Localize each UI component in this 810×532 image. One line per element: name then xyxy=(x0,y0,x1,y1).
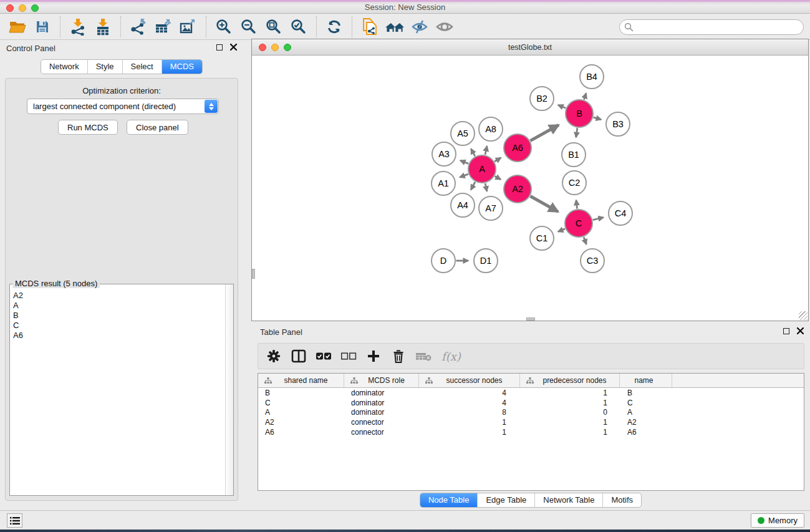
tab-network[interactable]: Network xyxy=(41,60,87,74)
export-table-icon[interactable] xyxy=(151,16,176,37)
close-table-panel-icon[interactable] xyxy=(797,327,804,334)
graph-node-C1[interactable]: C1 xyxy=(530,226,554,250)
graph-edge-A-A6[interactable] xyxy=(494,158,501,162)
table-row[interactable]: A6connector11A6 xyxy=(258,427,804,437)
column-header-name[interactable]: name xyxy=(620,374,672,387)
close-panel-button[interactable]: Close panel xyxy=(127,120,188,135)
graph-edge-C-C1[interactable] xyxy=(558,229,565,232)
table-row[interactable]: A2connector11A2 xyxy=(258,417,804,427)
result-list-scrollbar[interactable] xyxy=(225,284,233,495)
function-builder-button[interactable]: f(x) xyxy=(440,347,461,365)
network-graph[interactable]: B4B2BB3A8A5A6A3B1AC2A1A2A4A7C4CC1C3DD1 xyxy=(252,56,808,321)
graph-node-B3[interactable]: B3 xyxy=(606,112,630,136)
add-column-icon[interactable] xyxy=(365,347,382,365)
column-header-mcds-role[interactable]: MCDS role xyxy=(344,374,419,387)
home-icon[interactable] xyxy=(382,16,407,37)
zoom-fit-icon[interactable] xyxy=(261,16,286,37)
graph-edge-A-A2[interactable] xyxy=(494,177,501,180)
graph-node-B[interactable]: B xyxy=(566,100,593,127)
result-item[interactable]: A xyxy=(13,301,225,311)
float-table-panel-icon[interactable] xyxy=(783,328,789,334)
graph-node-D[interactable]: D xyxy=(432,249,455,273)
table-tab-node-table[interactable]: Node Table xyxy=(420,493,478,507)
show-graphics-details-icon[interactable] xyxy=(432,16,457,37)
graph-edge-B-B4[interactable] xyxy=(584,93,586,99)
graph-node-C4[interactable]: C4 xyxy=(609,201,632,225)
graph-edge-A-A4[interactable] xyxy=(471,182,475,190)
zoom-selected-icon[interactable] xyxy=(286,16,311,37)
table-row[interactable]: Cdominator41C xyxy=(258,398,804,408)
graph-edge-B-B2[interactable] xyxy=(558,105,566,108)
table-row[interactable]: Adominator80A xyxy=(258,408,804,418)
run-mcds-button[interactable]: Run MCDS xyxy=(58,120,118,135)
graph-node-A[interactable]: A xyxy=(468,155,496,183)
window-resize-grip[interactable] xyxy=(799,311,808,320)
graph-node-A3[interactable]: A3 xyxy=(432,142,456,166)
graph-edge-C-C3[interactable] xyxy=(584,237,586,244)
criterion-dropdown[interactable]: largest connected component (directed) xyxy=(27,99,219,114)
delete-table-icon[interactable] xyxy=(415,347,432,365)
graph-edge-C-C4[interactable] xyxy=(593,217,604,220)
table-tab-network-table[interactable]: Network Table xyxy=(534,493,602,507)
canvas-hscroll-thumb[interactable] xyxy=(526,317,535,321)
graph-edge-A-A1[interactable] xyxy=(460,174,468,177)
deselect-all-icon[interactable] xyxy=(340,347,357,365)
column-chooser-icon[interactable] xyxy=(291,347,307,365)
graph-edge-C-C2[interactable] xyxy=(576,200,577,209)
graph-node-B4[interactable]: B4 xyxy=(580,65,604,89)
result-item[interactable]: C xyxy=(13,321,225,331)
table-tab-edge-table[interactable]: Edge Table xyxy=(477,493,534,507)
refresh-icon[interactable] xyxy=(322,16,347,37)
graph-edge-A-A3[interactable] xyxy=(460,160,468,163)
table-tab-motifs[interactable]: Motifs xyxy=(602,493,641,507)
import-network-icon[interactable] xyxy=(65,16,90,37)
graph-node-D1[interactable]: D1 xyxy=(474,249,498,273)
tab-select[interactable]: Select xyxy=(122,60,162,74)
column-header-predecessor-nodes[interactable]: predecessor nodes xyxy=(520,374,620,387)
tab-mcds[interactable]: MCDS xyxy=(162,60,202,74)
graph-edge-A2-C[interactable] xyxy=(530,196,557,212)
graph-edge-A-A5[interactable] xyxy=(471,149,475,157)
result-item[interactable]: A2 xyxy=(13,291,225,301)
select-all-icon[interactable] xyxy=(316,347,332,365)
zoom-in-icon[interactable] xyxy=(211,16,236,37)
save-session-icon[interactable] xyxy=(30,16,55,37)
network-canvas[interactable]: B4B2BB3A8A5A6A3B1AC2A1A2A4A7C4CC1C3DD1 xyxy=(252,56,808,321)
column-header-shared-name[interactable]: shared name xyxy=(258,374,344,387)
result-item[interactable]: A6 xyxy=(13,331,225,341)
graph-edge-A6-B[interactable] xyxy=(531,125,559,140)
graph-node-B2[interactable]: B2 xyxy=(530,87,554,110)
graph-node-B1[interactable]: B1 xyxy=(562,143,586,167)
export-image-icon[interactable] xyxy=(176,16,201,37)
network-window-titlebar[interactable]: testGlobe.txt xyxy=(252,39,808,56)
memory-button[interactable]: Memory xyxy=(751,513,804,528)
graph-edge-B-B1[interactable] xyxy=(576,128,577,137)
graph-node-C3[interactable]: C3 xyxy=(581,249,604,273)
import-table-icon[interactable] xyxy=(90,16,115,37)
float-panel-icon[interactable] xyxy=(216,44,223,51)
settings-gear-icon[interactable] xyxy=(266,347,282,365)
graph-node-A8[interactable]: A8 xyxy=(479,117,503,141)
graph-node-C2[interactable]: C2 xyxy=(562,171,586,195)
graph-edge-B-B3[interactable] xyxy=(594,117,601,119)
graph-node-A2[interactable]: A2 xyxy=(504,175,531,203)
graph-edge-A-A7[interactable] xyxy=(485,183,487,191)
search-input[interactable] xyxy=(619,19,804,35)
hide-panels-icon[interactable] xyxy=(407,16,432,37)
graph-node-A7[interactable]: A7 xyxy=(479,196,503,220)
graph-node-A5[interactable]: A5 xyxy=(451,122,475,145)
close-panel-icon[interactable] xyxy=(230,44,237,51)
delete-column-trash-icon[interactable] xyxy=(390,347,407,365)
column-header-successor-nodes[interactable]: successor nodes xyxy=(419,374,520,387)
graph-node-A1[interactable]: A1 xyxy=(432,172,455,195)
graph-node-A4[interactable]: A4 xyxy=(451,193,475,217)
zoom-out-icon[interactable] xyxy=(236,16,261,37)
table-row[interactable]: Bdominator41B xyxy=(258,388,804,398)
canvas-vscroll-thumb[interactable] xyxy=(252,269,255,279)
graph-edge-A-A8[interactable] xyxy=(485,146,487,155)
open-session-icon[interactable] xyxy=(5,16,30,37)
result-item[interactable]: B xyxy=(13,311,225,321)
new-network-from-file-icon[interactable] xyxy=(357,16,382,37)
tab-style[interactable]: Style xyxy=(87,60,122,74)
export-network-icon[interactable] xyxy=(126,16,151,37)
